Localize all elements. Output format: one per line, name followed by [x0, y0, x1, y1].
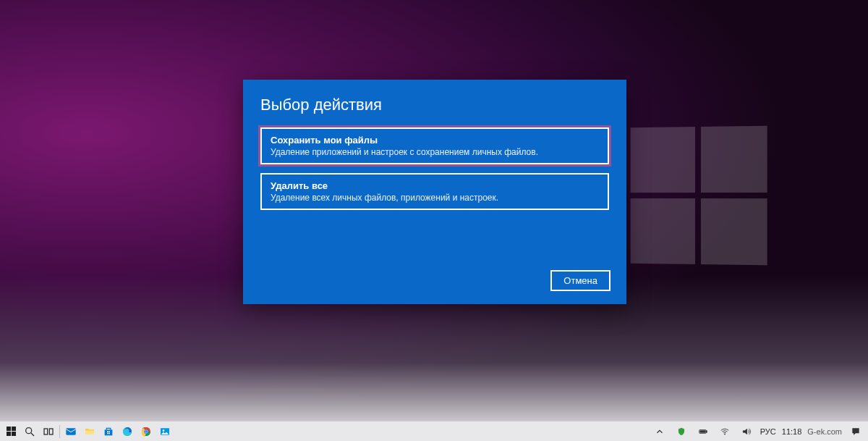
- option-remove-everything-desc: Удаление всех личных файлов, приложений …: [271, 193, 599, 203]
- svg-rect-9: [107, 432, 109, 434]
- search-icon[interactable]: [22, 424, 38, 440]
- volume-icon[interactable]: [739, 424, 754, 440]
- wifi-icon[interactable]: [717, 424, 733, 440]
- svg-rect-21: [700, 430, 705, 432]
- svg-rect-4: [66, 428, 75, 434]
- chrome-browser-icon[interactable]: [138, 424, 154, 440]
- svg-rect-3: [49, 429, 53, 434]
- file-explorer-icon[interactable]: [82, 424, 98, 440]
- svg-rect-20: [706, 430, 707, 432]
- edge-browser-icon[interactable]: [119, 424, 135, 440]
- mail-app-icon[interactable]: [63, 424, 79, 440]
- option-remove-everything[interactable]: Удалить все Удаление всех личных файлов,…: [260, 173, 609, 210]
- svg-rect-5: [85, 430, 94, 434]
- store-icon[interactable]: [101, 424, 116, 440]
- svg-point-22: [724, 433, 725, 434]
- svg-rect-6: [105, 429, 113, 435]
- battery-icon[interactable]: [695, 424, 711, 440]
- taskbar: РУС 11:18 G-ek.com: [0, 421, 868, 441]
- dialog-title: Выбор действия: [260, 96, 609, 114]
- option-keep-files-desc: Удаление приложений и настроек с сохране…: [271, 147, 599, 157]
- svg-line-1: [31, 433, 34, 436]
- start-button[interactable]: [3, 424, 19, 440]
- tray-chevron-icon[interactable]: [652, 424, 668, 440]
- taskbar-separator: [59, 425, 60, 438]
- option-remove-everything-title: Удалить все: [271, 180, 599, 191]
- svg-rect-8: [109, 431, 110, 432]
- svg-point-16: [145, 430, 148, 433]
- svg-point-18: [163, 429, 165, 432]
- clock-time[interactable]: 11:18: [782, 427, 802, 436]
- svg-rect-10: [109, 432, 110, 434]
- svg-rect-2: [44, 429, 48, 434]
- option-keep-files[interactable]: Сохранить мои файлы Удаление приложений …: [260, 127, 609, 164]
- brand-watermark: G-ek.com: [807, 427, 842, 436]
- reset-choice-dialog: Выбор действия Сохранить мои файлы Удале…: [243, 80, 626, 304]
- action-center-icon[interactable]: [848, 424, 864, 440]
- cancel-button[interactable]: Отмена: [550, 270, 610, 291]
- svg-rect-7: [107, 431, 109, 432]
- language-indicator[interactable]: РУС: [760, 427, 776, 436]
- security-icon[interactable]: [673, 424, 689, 440]
- option-keep-files-title: Сохранить мои файлы: [271, 135, 599, 146]
- photos-app-icon[interactable]: [157, 424, 173, 440]
- task-view-icon[interactable]: [41, 424, 56, 440]
- svg-point-0: [26, 427, 32, 433]
